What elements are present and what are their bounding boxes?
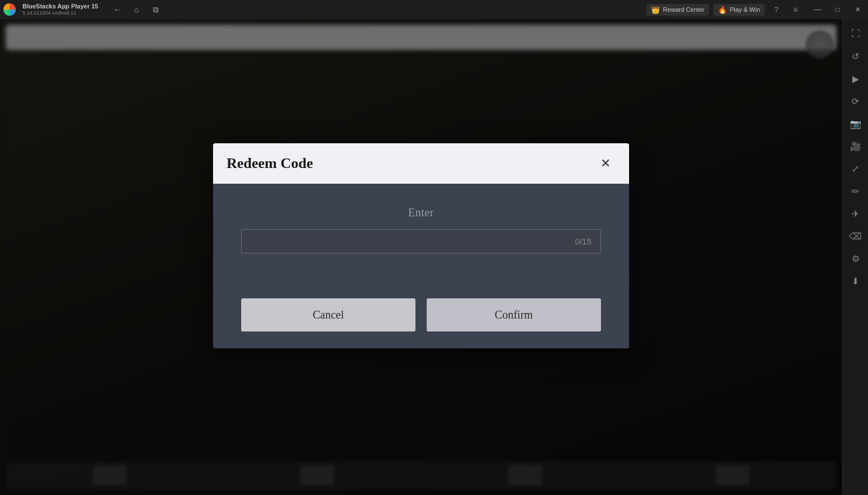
eraser-icon[interactable]: ⌫ — [846, 226, 866, 246]
crown-icon: 👑 — [651, 6, 660, 14]
close-button[interactable]: ✕ — [848, 0, 868, 19]
dialog-header: Redeem Code ✕ — [213, 143, 629, 184]
screenshot-icon[interactable]: 📷 — [846, 113, 866, 134]
dialog-footer: Cancel Confirm — [213, 298, 629, 348]
titlebar-nav: ← ⌂ ⧉ — [110, 2, 164, 17]
dialog-close-button[interactable]: ✕ — [595, 153, 616, 174]
enter-label: Enter — [408, 206, 434, 219]
back-button[interactable]: ← — [110, 2, 125, 17]
camera-icon[interactable]: 🎥 — [846, 136, 866, 156]
copy-button[interactable]: ⧉ — [148, 2, 164, 17]
main-content: Redeem Code ✕ Enter 0/15 Cancel Confirm — [0, 19, 842, 495]
cancel-button[interactable]: Cancel — [241, 298, 415, 331]
expand-icon[interactable]: ⛶ — [846, 24, 866, 44]
dialog-title: Redeem Code — [227, 155, 313, 172]
refresh-icon[interactable]: ⟳ — [846, 91, 866, 111]
app-version: 5.14.211004 Android 11 — [22, 10, 98, 16]
redeem-code-dialog: Redeem Code ✕ Enter 0/15 Cancel Confirm — [213, 143, 629, 348]
home-button[interactable]: ⌂ — [129, 2, 144, 17]
airplane-icon[interactable]: ✈ — [846, 203, 866, 224]
titlebar-actions: 👑 Reward Center 🔥 Play & Win ? ≡ — [647, 2, 803, 17]
settings-icon[interactable]: ⚙ — [846, 248, 866, 269]
play-win-label: Play & Win — [730, 6, 760, 13]
play-win-button[interactable]: 🔥 Play & Win — [713, 4, 765, 16]
confirm-button[interactable]: Confirm — [427, 298, 601, 331]
fit-icon[interactable]: ⤢ — [846, 158, 866, 179]
titlebar: BlueStacks App Player 15 5.14.211004 And… — [0, 0, 868, 19]
maximize-button[interactable]: □ — [828, 0, 848, 19]
minimize-button[interactable]: — — [807, 0, 828, 19]
bluestacks-logo — [0, 0, 19, 19]
dialog-body: Enter 0/15 — [213, 184, 629, 298]
bs-logo-circle — [3, 3, 16, 16]
fire-icon: 🔥 — [718, 6, 727, 14]
right-sidebar: ⛶ ↺ ▶ ⟳ 📷 🎥 ⤢ ✏ ✈ ⌫ ⚙ ⬇ — [842, 19, 868, 495]
rotate-icon[interactable]: ↺ — [846, 46, 866, 66]
app-name: BlueStacks App Player 15 — [22, 3, 98, 10]
edit-icon[interactable]: ✏ — [846, 181, 866, 201]
code-counter: 0/15 — [575, 237, 591, 246]
help-button[interactable]: ? — [769, 2, 784, 17]
app-info: BlueStacks App Player 15 5.14.211004 And… — [22, 3, 98, 16]
reward-center-button[interactable]: 👑 Reward Center — [647, 4, 709, 16]
download-icon[interactable]: ⬇ — [846, 271, 866, 291]
code-input[interactable] — [242, 230, 567, 253]
menu-button[interactable]: ≡ — [788, 2, 803, 17]
window-controls: — □ ✕ — [807, 0, 868, 19]
code-input-wrapper: 0/15 — [241, 229, 601, 253]
reward-center-label: Reward Center — [663, 6, 704, 13]
play-icon[interactable]: ▶ — [846, 69, 866, 89]
modal-overlay: Redeem Code ✕ Enter 0/15 Cancel Confirm — [0, 19, 842, 495]
